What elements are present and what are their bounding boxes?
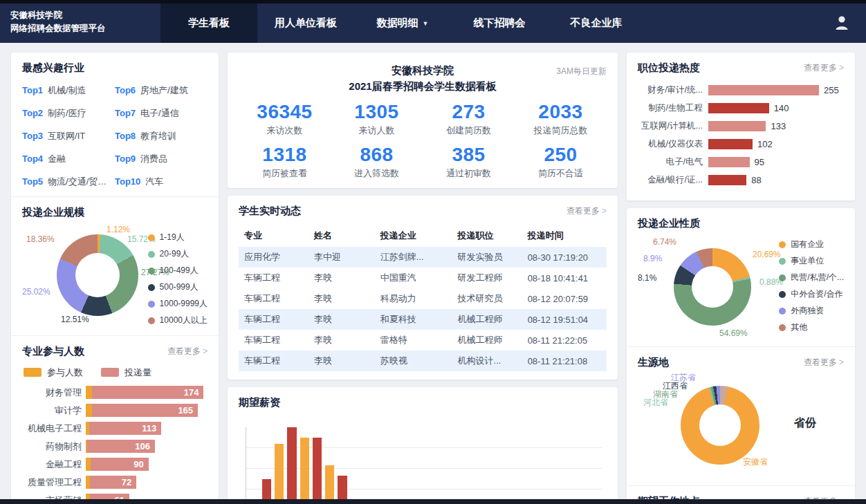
legend-item[interactable]: 参与人数 bbox=[24, 366, 83, 379]
stat-value: 868 bbox=[331, 144, 423, 166]
salary-bar-chart bbox=[246, 427, 602, 504]
job-name: 制药/生物工程 bbox=[638, 102, 708, 114]
job-bar-row: 制药/生物工程140 bbox=[638, 102, 844, 114]
participants-bar bbox=[86, 386, 92, 399]
legend-item[interactable]: 中外合资/合作 bbox=[779, 288, 844, 300]
legend-item[interactable]: 1-19人 bbox=[148, 232, 208, 243]
section-jobs: 职位投递热度 查看更多> 财务/审计/统...255制药/生物工程140互联网/… bbox=[627, 53, 855, 200]
overview-title-line2: 2021届春季招聘会学生数据看板 bbox=[239, 79, 607, 95]
job-bar bbox=[708, 85, 819, 95]
job-bar bbox=[708, 157, 750, 167]
donut-slice-label: 25.02% bbox=[22, 287, 50, 297]
legend-label: 10000人以上 bbox=[160, 315, 208, 326]
donut-slice-label: 54.69% bbox=[719, 328, 748, 338]
table-cell: 李映 bbox=[308, 351, 375, 371]
tab-用人单位看板[interactable]: 用人单位看板 bbox=[257, 3, 354, 43]
table-row: 车辆工程李映和夏科技机械工程师08-12 19:51:04 bbox=[239, 309, 607, 330]
chevron-right-icon: > bbox=[839, 63, 844, 73]
table-cell: 08-18 10:41:41 bbox=[522, 268, 607, 288]
job-value: 133 bbox=[771, 121, 786, 131]
legend-item[interactable]: 10000人以上 bbox=[148, 315, 208, 326]
section-company-type: 投递企业性质 20.69%0.88%54.69%8.1%8.9%6.74%国有企… bbox=[627, 208, 855, 346]
legend-dot-icon bbox=[779, 241, 786, 248]
legend-item[interactable]: 外商独资 bbox=[779, 305, 844, 317]
job-name: 机械/仪器仪表 bbox=[638, 138, 708, 150]
legend-item[interactable]: 100-499人 bbox=[148, 265, 208, 277]
legend-label: 20-99人 bbox=[160, 248, 190, 260]
activity-more-link[interactable]: 查看更多> bbox=[566, 205, 607, 217]
legend-item[interactable]: 国有企业 bbox=[779, 239, 844, 250]
legend-dot-icon bbox=[148, 234, 155, 241]
table-cell: 车辆工程 bbox=[239, 288, 308, 309]
industry-item: Top6房地产/建筑 bbox=[115, 84, 208, 97]
job-bar bbox=[708, 175, 746, 185]
donut-slice-label: 6.74% bbox=[653, 237, 676, 247]
section-overview: 安徽科技学院 2021届春季招聘会学生数据看板 3AM每日更新 36345来访次… bbox=[228, 53, 618, 188]
legend-dot-icon bbox=[779, 291, 786, 298]
table-cell: 08-11 21:22:05 bbox=[522, 330, 607, 351]
job-bar-row: 互联网/计算机...133 bbox=[638, 120, 844, 132]
table-row: 应用化学李中迎江苏剑牌...研发实验员08-30 17:19:20 bbox=[239, 247, 607, 268]
legend-item[interactable]: 投递量 bbox=[101, 366, 151, 379]
legend-dot-icon bbox=[779, 274, 786, 281]
legend-label: 国有企业 bbox=[791, 239, 824, 250]
donut-slice-label: 8.9% bbox=[643, 254, 662, 263]
donut-slice-label: 20.69% bbox=[753, 250, 781, 259]
section-activity: 学生实时动态 查看更多> 专业姓名投递企业投递职位投递时间 应用化学李中迎江苏剑… bbox=[228, 196, 618, 380]
table-cell: 李映 bbox=[308, 309, 375, 330]
table-cell: 研发工程师 bbox=[452, 268, 522, 288]
donut-ring bbox=[681, 386, 759, 465]
section-company-size: 投递企业规模 1.12%15.72%27.27%12.51%25.02%18.3… bbox=[11, 196, 219, 335]
legend-item[interactable]: 民营/私营/个... bbox=[779, 272, 844, 283]
origin-more-link[interactable]: 查看更多> bbox=[804, 357, 844, 368]
majors-more-link[interactable]: 查看更多> bbox=[167, 346, 208, 357]
table-row: 车辆工程李映中国重汽研发工程师08-18 10:41:41 bbox=[239, 268, 607, 288]
stat-label: 简历被查看 bbox=[239, 167, 331, 180]
major-name: 财务管理 bbox=[22, 386, 86, 399]
tab-线下招聘会[interactable]: 线下招聘会 bbox=[451, 3, 548, 43]
major-bar-row: 金融工程90 bbox=[22, 458, 208, 471]
table-cell: 雷格特 bbox=[375, 330, 452, 351]
job-bar-row: 机械/仪器仪表102 bbox=[638, 138, 844, 150]
chart-legend: 国有企业事业单位民营/私营/个...中外合资/合作外商独资其他 bbox=[779, 239, 844, 338]
legend-dot-icon bbox=[148, 301, 155, 308]
job-bar bbox=[708, 103, 769, 113]
legend-item[interactable]: 500-999人 bbox=[148, 281, 208, 293]
table-cell: 应用化学 bbox=[239, 247, 308, 268]
table-column-header: 投递企业 bbox=[375, 225, 452, 247]
industry-item: Top1机械/制造 bbox=[22, 84, 115, 97]
donut-ring bbox=[674, 248, 751, 326]
tab-不良企业库[interactable]: 不良企业库 bbox=[548, 3, 645, 43]
table-cell: 技术研究员 bbox=[452, 288, 522, 309]
user-icon[interactable] bbox=[833, 13, 851, 34]
legend-item[interactable]: 1000-9999人 bbox=[148, 298, 208, 310]
submissions-bar: 165 bbox=[92, 404, 198, 417]
bottom-dark-strip bbox=[0, 499, 866, 504]
salary-bar bbox=[313, 438, 322, 504]
stat-label: 通过初审数 bbox=[423, 167, 515, 180]
table-cell: 江苏剑牌... bbox=[375, 247, 452, 268]
donut-slice-label: 1.12% bbox=[107, 225, 130, 234]
submissions-bar: 90 bbox=[91, 458, 148, 471]
tab-学生看板[interactable]: 学生看板 bbox=[160, 3, 257, 43]
legend-dot-icon bbox=[779, 324, 786, 331]
legend-label: 500-999人 bbox=[160, 281, 199, 293]
major-name: 药物制剂 bbox=[22, 440, 86, 453]
legend-item[interactable]: 其他 bbox=[779, 321, 844, 333]
legend-item[interactable]: 事业单位 bbox=[779, 255, 844, 267]
origin-title: 生源地 bbox=[638, 356, 669, 369]
stat-value: 385 bbox=[423, 144, 515, 166]
stat-value: 36345 bbox=[239, 101, 331, 123]
tab-label: 不良企业库 bbox=[571, 17, 623, 30]
nav-tabs: 学生看板用人单位看板数据明细▼线下招聘会不良企业库 bbox=[160, 3, 645, 43]
company-type-donut-chart: 20.69%0.88%54.69%8.1%8.9%6.74%国有企业事业单位民营… bbox=[638, 236, 844, 338]
jobs-more-link[interactable]: 查看更多> bbox=[804, 62, 844, 74]
industry-item: Top10汽车 bbox=[115, 176, 208, 188]
legend-label: 1000-9999人 bbox=[160, 298, 208, 310]
company-size-title: 投递企业规模 bbox=[22, 206, 84, 219]
legend-item[interactable]: 20-99人 bbox=[148, 248, 208, 260]
legend-label: 其他 bbox=[791, 321, 807, 333]
jobs-bar-chart: 财务/审计/统...255制药/生物工程140互联网/计算机...133机械/仪… bbox=[638, 84, 844, 186]
tab-数据明细[interactable]: 数据明细▼ bbox=[354, 3, 451, 43]
job-name: 电子/电气 bbox=[638, 156, 708, 168]
